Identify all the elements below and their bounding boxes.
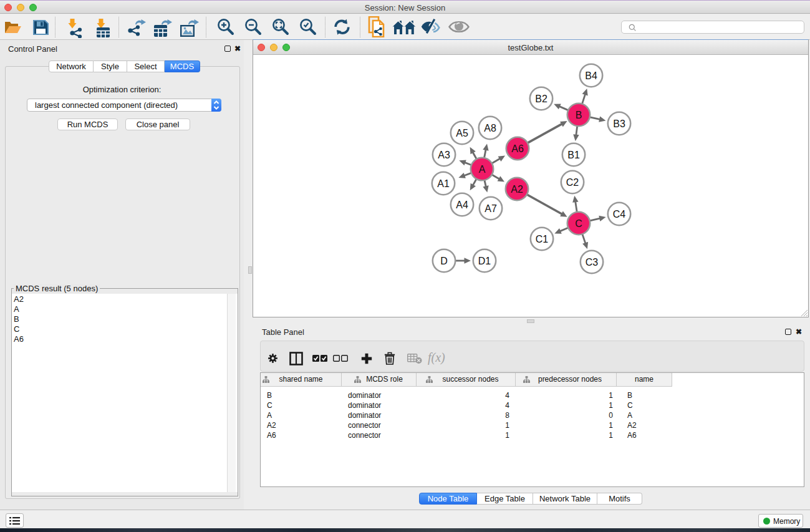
svg-text:B4: B4	[585, 70, 597, 81]
svg-text:D: D	[440, 256, 448, 266]
svg-text:B: B	[576, 110, 582, 120]
svg-text:A3: A3	[438, 150, 450, 160]
svg-text:C: C	[575, 218, 582, 229]
svg-text:A8: A8	[484, 123, 496, 133]
svg-text:A2: A2	[511, 184, 523, 195]
svg-text:C1: C1	[536, 234, 549, 244]
svg-text:C2: C2	[566, 177, 579, 188]
svg-text:D1: D1	[478, 256, 491, 266]
svg-text:A7: A7	[485, 203, 497, 214]
svg-text:B2: B2	[535, 94, 547, 104]
svg-text:A5: A5	[456, 128, 468, 138]
svg-text:A: A	[479, 164, 486, 175]
svg-text:A1: A1	[437, 178, 450, 189]
svg-text:B3: B3	[613, 118, 625, 129]
svg-text:A6: A6	[511, 143, 524, 154]
svg-text:C4: C4	[613, 209, 626, 220]
svg-text:B1: B1	[567, 150, 580, 160]
svg-text:C3: C3	[586, 257, 599, 268]
svg-text:A4: A4	[456, 200, 468, 210]
